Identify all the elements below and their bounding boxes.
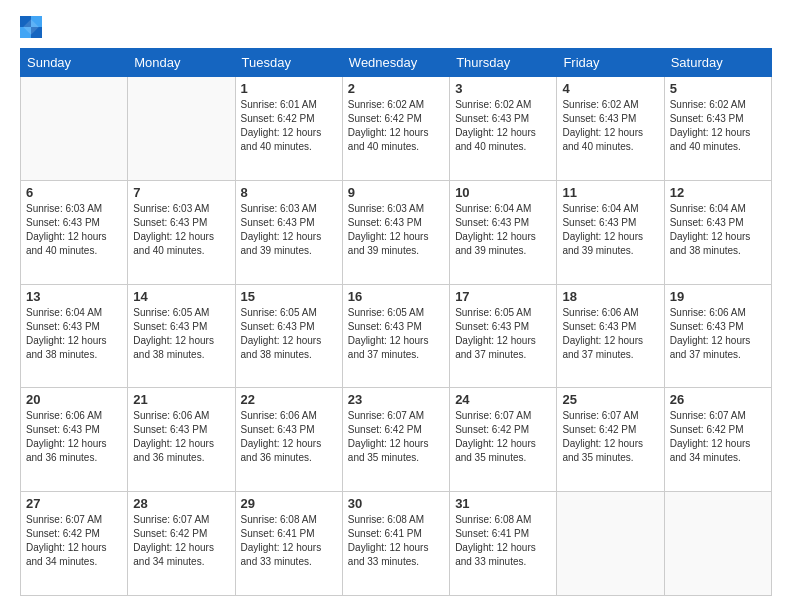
calendar-cell: 20Sunrise: 6:06 AM Sunset: 6:43 PM Dayli… <box>21 388 128 492</box>
calendar-cell: 13Sunrise: 6:04 AM Sunset: 6:43 PM Dayli… <box>21 284 128 388</box>
day-info: Sunrise: 6:07 AM Sunset: 6:42 PM Dayligh… <box>455 409 551 465</box>
day-number: 9 <box>348 185 444 200</box>
day-number: 15 <box>241 289 337 304</box>
calendar-header-monday: Monday <box>128 49 235 77</box>
calendar-header-sunday: Sunday <box>21 49 128 77</box>
day-info: Sunrise: 6:03 AM Sunset: 6:43 PM Dayligh… <box>133 202 229 258</box>
day-number: 24 <box>455 392 551 407</box>
day-info: Sunrise: 6:02 AM Sunset: 6:42 PM Dayligh… <box>348 98 444 154</box>
day-info: Sunrise: 6:08 AM Sunset: 6:41 PM Dayligh… <box>348 513 444 569</box>
calendar-cell: 21Sunrise: 6:06 AM Sunset: 6:43 PM Dayli… <box>128 388 235 492</box>
calendar-header-friday: Friday <box>557 49 664 77</box>
calendar-cell: 6Sunrise: 6:03 AM Sunset: 6:43 PM Daylig… <box>21 180 128 284</box>
day-number: 28 <box>133 496 229 511</box>
day-info: Sunrise: 6:01 AM Sunset: 6:42 PM Dayligh… <box>241 98 337 154</box>
calendar-week-row: 20Sunrise: 6:06 AM Sunset: 6:43 PM Dayli… <box>21 388 772 492</box>
calendar-cell: 17Sunrise: 6:05 AM Sunset: 6:43 PM Dayli… <box>450 284 557 388</box>
day-info: Sunrise: 6:02 AM Sunset: 6:43 PM Dayligh… <box>562 98 658 154</box>
calendar-cell: 3Sunrise: 6:02 AM Sunset: 6:43 PM Daylig… <box>450 77 557 181</box>
calendar-cell: 7Sunrise: 6:03 AM Sunset: 6:43 PM Daylig… <box>128 180 235 284</box>
calendar-cell: 30Sunrise: 6:08 AM Sunset: 6:41 PM Dayli… <box>342 492 449 596</box>
day-info: Sunrise: 6:08 AM Sunset: 6:41 PM Dayligh… <box>455 513 551 569</box>
day-number: 2 <box>348 81 444 96</box>
calendar-week-row: 13Sunrise: 6:04 AM Sunset: 6:43 PM Dayli… <box>21 284 772 388</box>
day-number: 16 <box>348 289 444 304</box>
day-info: Sunrise: 6:04 AM Sunset: 6:43 PM Dayligh… <box>455 202 551 258</box>
day-number: 30 <box>348 496 444 511</box>
calendar-cell: 23Sunrise: 6:07 AM Sunset: 6:42 PM Dayli… <box>342 388 449 492</box>
day-info: Sunrise: 6:07 AM Sunset: 6:42 PM Dayligh… <box>670 409 766 465</box>
logo <box>20 16 46 38</box>
calendar-cell <box>664 492 771 596</box>
calendar-cell: 18Sunrise: 6:06 AM Sunset: 6:43 PM Dayli… <box>557 284 664 388</box>
day-info: Sunrise: 6:08 AM Sunset: 6:41 PM Dayligh… <box>241 513 337 569</box>
calendar-cell: 10Sunrise: 6:04 AM Sunset: 6:43 PM Dayli… <box>450 180 557 284</box>
day-info: Sunrise: 6:07 AM Sunset: 6:42 PM Dayligh… <box>348 409 444 465</box>
calendar-header-tuesday: Tuesday <box>235 49 342 77</box>
calendar-header-row: SundayMondayTuesdayWednesdayThursdayFrid… <box>21 49 772 77</box>
day-number: 7 <box>133 185 229 200</box>
day-info: Sunrise: 6:05 AM Sunset: 6:43 PM Dayligh… <box>348 306 444 362</box>
day-number: 29 <box>241 496 337 511</box>
day-info: Sunrise: 6:03 AM Sunset: 6:43 PM Dayligh… <box>348 202 444 258</box>
calendar-cell: 22Sunrise: 6:06 AM Sunset: 6:43 PM Dayli… <box>235 388 342 492</box>
day-number: 14 <box>133 289 229 304</box>
day-number: 20 <box>26 392 122 407</box>
calendar-cell <box>128 77 235 181</box>
calendar-cell: 5Sunrise: 6:02 AM Sunset: 6:43 PM Daylig… <box>664 77 771 181</box>
day-number: 21 <box>133 392 229 407</box>
calendar-cell: 8Sunrise: 6:03 AM Sunset: 6:43 PM Daylig… <box>235 180 342 284</box>
calendar-cell <box>557 492 664 596</box>
calendar-cell: 16Sunrise: 6:05 AM Sunset: 6:43 PM Dayli… <box>342 284 449 388</box>
calendar-table: SundayMondayTuesdayWednesdayThursdayFrid… <box>20 48 772 596</box>
calendar-cell <box>21 77 128 181</box>
day-number: 19 <box>670 289 766 304</box>
calendar-cell: 31Sunrise: 6:08 AM Sunset: 6:41 PM Dayli… <box>450 492 557 596</box>
calendar-cell: 12Sunrise: 6:04 AM Sunset: 6:43 PM Dayli… <box>664 180 771 284</box>
logo-icon <box>20 16 42 38</box>
page: SundayMondayTuesdayWednesdayThursdayFrid… <box>0 0 792 612</box>
calendar-cell: 25Sunrise: 6:07 AM Sunset: 6:42 PM Dayli… <box>557 388 664 492</box>
calendar-cell: 9Sunrise: 6:03 AM Sunset: 6:43 PM Daylig… <box>342 180 449 284</box>
day-info: Sunrise: 6:07 AM Sunset: 6:42 PM Dayligh… <box>562 409 658 465</box>
calendar-header-wednesday: Wednesday <box>342 49 449 77</box>
day-info: Sunrise: 6:05 AM Sunset: 6:43 PM Dayligh… <box>133 306 229 362</box>
day-number: 27 <box>26 496 122 511</box>
day-number: 25 <box>562 392 658 407</box>
calendar-week-row: 27Sunrise: 6:07 AM Sunset: 6:42 PM Dayli… <box>21 492 772 596</box>
day-number: 4 <box>562 81 658 96</box>
day-number: 26 <box>670 392 766 407</box>
day-info: Sunrise: 6:07 AM Sunset: 6:42 PM Dayligh… <box>133 513 229 569</box>
day-info: Sunrise: 6:06 AM Sunset: 6:43 PM Dayligh… <box>26 409 122 465</box>
day-number: 3 <box>455 81 551 96</box>
day-number: 5 <box>670 81 766 96</box>
day-info: Sunrise: 6:04 AM Sunset: 6:43 PM Dayligh… <box>562 202 658 258</box>
day-info: Sunrise: 6:03 AM Sunset: 6:43 PM Dayligh… <box>26 202 122 258</box>
day-info: Sunrise: 6:06 AM Sunset: 6:43 PM Dayligh… <box>133 409 229 465</box>
day-info: Sunrise: 6:06 AM Sunset: 6:43 PM Dayligh… <box>562 306 658 362</box>
calendar-cell: 14Sunrise: 6:05 AM Sunset: 6:43 PM Dayli… <box>128 284 235 388</box>
calendar-cell: 28Sunrise: 6:07 AM Sunset: 6:42 PM Dayli… <box>128 492 235 596</box>
day-number: 10 <box>455 185 551 200</box>
day-info: Sunrise: 6:02 AM Sunset: 6:43 PM Dayligh… <box>455 98 551 154</box>
calendar-cell: 1Sunrise: 6:01 AM Sunset: 6:42 PM Daylig… <box>235 77 342 181</box>
calendar-cell: 27Sunrise: 6:07 AM Sunset: 6:42 PM Dayli… <box>21 492 128 596</box>
day-info: Sunrise: 6:04 AM Sunset: 6:43 PM Dayligh… <box>670 202 766 258</box>
day-number: 12 <box>670 185 766 200</box>
calendar-cell: 19Sunrise: 6:06 AM Sunset: 6:43 PM Dayli… <box>664 284 771 388</box>
calendar-cell: 15Sunrise: 6:05 AM Sunset: 6:43 PM Dayli… <box>235 284 342 388</box>
calendar-week-row: 6Sunrise: 6:03 AM Sunset: 6:43 PM Daylig… <box>21 180 772 284</box>
header <box>20 16 772 38</box>
day-number: 1 <box>241 81 337 96</box>
day-number: 22 <box>241 392 337 407</box>
day-info: Sunrise: 6:06 AM Sunset: 6:43 PM Dayligh… <box>670 306 766 362</box>
calendar-cell: 26Sunrise: 6:07 AM Sunset: 6:42 PM Dayli… <box>664 388 771 492</box>
day-info: Sunrise: 6:02 AM Sunset: 6:43 PM Dayligh… <box>670 98 766 154</box>
day-info: Sunrise: 6:05 AM Sunset: 6:43 PM Dayligh… <box>241 306 337 362</box>
day-info: Sunrise: 6:07 AM Sunset: 6:42 PM Dayligh… <box>26 513 122 569</box>
calendar-week-row: 1Sunrise: 6:01 AM Sunset: 6:42 PM Daylig… <box>21 77 772 181</box>
day-info: Sunrise: 6:05 AM Sunset: 6:43 PM Dayligh… <box>455 306 551 362</box>
calendar-cell: 24Sunrise: 6:07 AM Sunset: 6:42 PM Dayli… <box>450 388 557 492</box>
calendar-cell: 29Sunrise: 6:08 AM Sunset: 6:41 PM Dayli… <box>235 492 342 596</box>
day-info: Sunrise: 6:04 AM Sunset: 6:43 PM Dayligh… <box>26 306 122 362</box>
